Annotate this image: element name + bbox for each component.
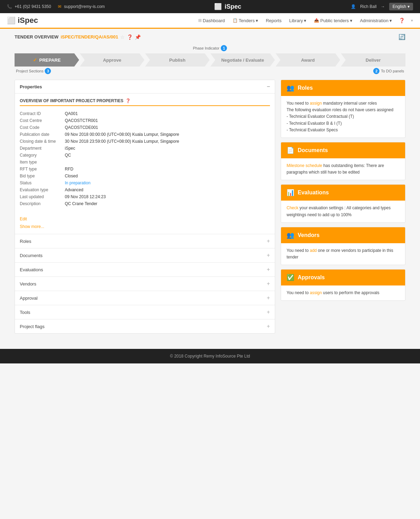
language-label: English: [393, 4, 406, 9]
project-sections-label: Project Sections: [16, 69, 43, 73]
top-bar: 📞 +61 (0)2 9431 5350 ✉ support@remy-is.c…: [0, 0, 420, 13]
pin-icon[interactable]: 📌: [135, 34, 141, 40]
overview-title: OVERVIEW OF IMPORTANT PROJECT PROPERTIES…: [20, 98, 270, 106]
breadcrumb-bar: TENDER OVERVIEW iSPEC/TENDER/QA/AS/001 ☆…: [15, 34, 405, 40]
logo-top: ⬜ iSpec: [214, 3, 241, 10]
todo-badge: 2: [373, 68, 379, 74]
prop-description: Description QC Crane Tender: [20, 200, 270, 207]
vendors-panel-icon: 👥: [287, 231, 294, 239]
section-roles-label: Roles: [20, 239, 31, 244]
phase-step-negotiate[interactable]: Negotiate / Evaluate: [210, 53, 275, 67]
todo-label: To DO panels: [381, 69, 404, 73]
phase-step-publish[interactable]: Publish: [145, 53, 210, 67]
two-column-layout: Properties − OVERVIEW OF IMPORTANT PROJE…: [15, 80, 405, 337]
approvals-panel: ✅ Approvals You need to assign users to …: [281, 269, 405, 301]
phase-step-award[interactable]: Award: [275, 53, 340, 67]
properties-title: Properties: [20, 84, 42, 89]
nav-dashboard[interactable]: ⊞ Dashboard: [198, 17, 226, 25]
logout-icon[interactable]: →: [381, 4, 385, 9]
evaluations-panel-body: Check your evaluation settings : All cat…: [281, 201, 405, 222]
section-row-evaluations[interactable]: Evaluations +: [15, 262, 275, 276]
section-row-vendors[interactable]: Vendors +: [15, 276, 275, 291]
footer: © 2018 Copyright Remy InfoSource Pte Ltd: [0, 349, 420, 363]
prop-publication-date: Publication date 09 Nov 2018 00:00:00 (U…: [20, 131, 270, 138]
prepare-check-icon: ✓: [33, 57, 37, 63]
check-link[interactable]: Check: [287, 205, 298, 210]
todo-panels-indicator: 2 To DO panels: [373, 68, 404, 74]
evaluations-panel-title: Evaluations: [298, 190, 329, 196]
section-vendors-label: Vendors: [20, 281, 36, 287]
show-more-link[interactable]: Show more...: [20, 223, 270, 231]
vendors-add-link[interactable]: add: [310, 248, 317, 253]
documents-panel-icon: 📄: [287, 147, 294, 154]
section-row-tools[interactable]: Tools +: [15, 305, 275, 319]
nav-public-tenders[interactable]: 📤 Public tenders ▾: [313, 17, 353, 25]
nav-library[interactable]: Library ▾: [288, 17, 307, 25]
section-row-documents[interactable]: Documents +: [15, 248, 275, 262]
approvals-panel-title: Approvals: [298, 274, 325, 281]
section-row-project-flags[interactable]: Project flags +: [15, 319, 275, 333]
user-icon: 👤: [351, 4, 356, 9]
section-row-roles[interactable]: Roles +: [15, 234, 275, 248]
nav-administration[interactable]: Administration ▾: [359, 17, 393, 25]
nav-reports[interactable]: Reports: [265, 17, 282, 25]
tenders-icon: 📋: [233, 18, 238, 23]
section-evaluations-label: Evaluations: [20, 267, 43, 272]
email-address: ✉ support@remy-is.com: [58, 4, 105, 9]
section-roles-plus-icon: +: [267, 238, 270, 244]
properties-table: Contract ID QA001 Cost Centre QACOSTCTR0…: [20, 110, 270, 207]
documents-panel-title: Documents: [298, 147, 328, 153]
footer-text: © 2018 Copyright Remy InfoSource Pte Ltd: [170, 354, 250, 359]
evaluations-panel-header[interactable]: 📊 Evaluations: [281, 185, 405, 201]
approvals-panel-header[interactable]: ✅ Approvals: [281, 270, 405, 285]
language-selector[interactable]: English ▾: [389, 3, 413, 10]
breadcrumb-prefix: TENDER OVERVIEW: [15, 34, 59, 39]
logo-icon-top: ⬜: [214, 3, 222, 10]
tenders-chevron-icon: ▾: [256, 18, 258, 23]
phase-step-prepare[interactable]: ✓ PREPARE: [15, 53, 79, 67]
approvals-assign-link[interactable]: assign: [310, 290, 322, 295]
right-column: 👥 Roles You need to assign mandatory int…: [281, 80, 405, 305]
prop-cost-centre: Cost Centre QACOSTCTR001: [20, 117, 270, 124]
help-chevron-icon: ▾: [411, 18, 413, 23]
prop-status-value: In preparation: [65, 181, 90, 185]
help-icon[interactable]: ❓: [399, 18, 405, 23]
documents-panel: 📄 Documents Milestone schedule has outst…: [281, 142, 405, 180]
approvals-panel-body: You need to assign users to perform the …: [281, 285, 405, 300]
vendors-panel-header[interactable]: 👥 Vendors: [281, 227, 405, 243]
milestone-link[interactable]: Milestone schedule: [287, 163, 322, 168]
admin-chevron-icon: ▾: [390, 18, 392, 23]
roles-panel-body: You need to assign mandatory internal us…: [281, 96, 405, 138]
evaluations-panel-icon: 📊: [287, 189, 294, 196]
main-content: TENDER OVERVIEW iSPEC/TENDER/QA/AS/001 ☆…: [9, 29, 411, 342]
properties-footer-links: Edit Show more...: [15, 212, 275, 234]
help-circle-icon[interactable]: ❓: [127, 34, 133, 40]
roles-panel-header[interactable]: 👥 Roles: [281, 80, 405, 96]
phase-step-deliver-label: Deliver: [366, 58, 380, 63]
properties-card: Properties − OVERVIEW OF IMPORTANT PROJE…: [15, 80, 275, 334]
breadcrumb-link[interactable]: iSPEC/TENDER/QA/AS/001: [61, 34, 118, 39]
section-evaluations-plus-icon: +: [267, 266, 270, 273]
logo-text: iSpec: [18, 16, 38, 25]
overview-info-icon[interactable]: ❓: [125, 98, 131, 103]
dashboard-icon: ⊞: [198, 18, 202, 23]
edit-link[interactable]: Edit: [20, 215, 270, 223]
roles-assign-link[interactable]: assign: [310, 101, 322, 106]
logo-box-icon: ⬜: [7, 16, 16, 25]
project-sections-indicator: Project Sections 3: [16, 68, 51, 74]
public-tenders-icon: 📤: [314, 18, 319, 23]
collapse-icon[interactable]: −: [267, 83, 270, 90]
documents-panel-header[interactable]: 📄 Documents: [281, 142, 405, 158]
evaluations-panel: 📊 Evaluations Check your evaluation sett…: [281, 184, 405, 222]
logo: ⬜ iSpec: [7, 16, 38, 25]
prop-item-type: Item type: [20, 159, 270, 166]
phase-step-approve[interactable]: Approve: [80, 53, 144, 67]
roles-panel-title: Roles: [298, 85, 313, 91]
public-tenders-chevron-icon: ▾: [350, 18, 352, 23]
refresh-icon[interactable]: 🔄: [399, 34, 405, 40]
star-icon[interactable]: ☆: [120, 34, 125, 40]
phase-indicator-row: Phase Indicator 1: [15, 45, 405, 51]
nav-tenders[interactable]: 📋 Tenders ▾: [232, 17, 259, 25]
section-row-approval[interactable]: Approval +: [15, 291, 275, 305]
phase-step-deliver[interactable]: Deliver: [341, 53, 405, 67]
